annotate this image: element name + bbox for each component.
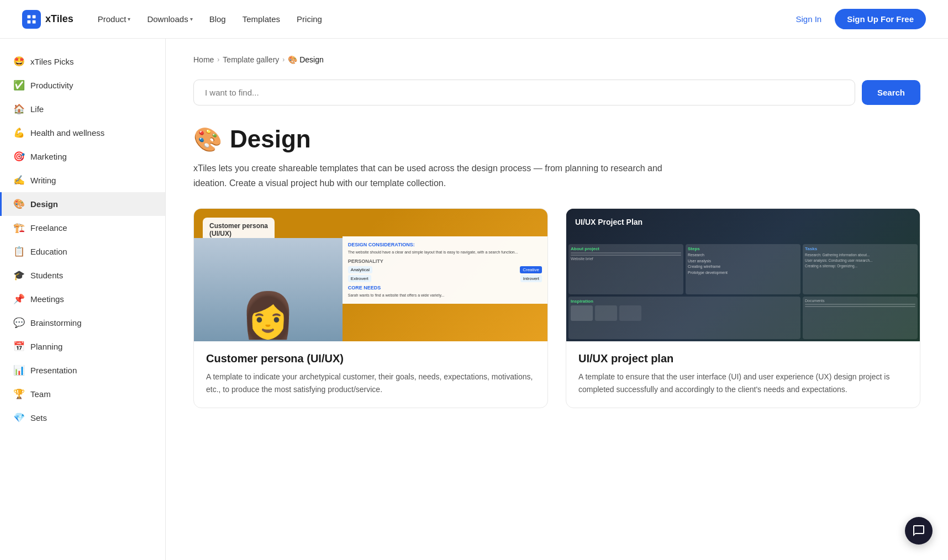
card-title-uiux: UI/UX project plan xyxy=(578,352,908,365)
uiux-grid-panel: About project Website brief Steps Resear… xyxy=(566,242,920,341)
svg-rect-3 xyxy=(33,20,36,23)
page-description: xTiles lets you create shareable templat… xyxy=(193,161,691,191)
sidebar-icon-team: 🏆 xyxy=(13,388,25,400)
uiux-card-header: UI/UX Project Plan xyxy=(575,218,642,226)
nav-templates[interactable]: Templates xyxy=(236,11,287,27)
uiux-cell-about: About project Website brief xyxy=(568,244,683,294)
sidebar-label-health-wellness: Health and wellness xyxy=(30,128,104,138)
breadcrumb-current: 🎨 Design xyxy=(288,55,323,64)
cp-section-needs: CORE NEEDS xyxy=(348,285,542,290)
uiux-cell-inspiration: Inspiration xyxy=(568,297,800,340)
sidebar-item-writing[interactable]: ✍️Writing xyxy=(0,168,165,192)
page-title: 🎨 Design xyxy=(193,125,920,153)
logo-link[interactable]: xTiles xyxy=(22,10,73,29)
sidebar-label-brainstorming: Brainstorming xyxy=(30,318,82,327)
sidebar-item-design[interactable]: 🎨Design xyxy=(0,192,165,216)
sidebar-label-meetings: Meetings xyxy=(30,294,64,304)
sidebar-item-xtiles-picks[interactable]: 🤩xTiles Picks xyxy=(0,50,165,73)
nav-downloads[interactable]: Downloads ▾ xyxy=(140,11,199,27)
sidebar-icon-education: 📋 xyxy=(13,246,25,257)
sidebar-icon-design: 🎨 xyxy=(13,198,25,210)
uiux-cell-about-title: About project xyxy=(571,246,681,251)
sidebar-item-presentation[interactable]: 📊Presentation xyxy=(0,358,165,382)
sidebar-item-students[interactable]: 🎓Students xyxy=(0,263,165,287)
chevron-down-icon: ▾ xyxy=(128,16,130,22)
uiux-cell-steps: Steps ResearchUser analysisCreating wire… xyxy=(686,244,800,294)
card-info-uiux: UI/UX project plan A template to ensure … xyxy=(566,341,920,408)
sidebar-icon-sets: 💎 xyxy=(13,412,25,424)
sidebar-icon-marketing: 🎯 xyxy=(13,151,25,162)
breadcrumb: Home › Template gallery › 🎨 Design xyxy=(193,55,920,64)
sidebar-icon-meetings: 📌 xyxy=(13,293,25,305)
navbar: xTiles Product ▾ Downloads ▾ Blog Templa… xyxy=(0,0,948,39)
sidebar-label-presentation: Presentation xyxy=(30,366,77,375)
search-input[interactable] xyxy=(193,80,855,105)
sidebar: 🤩xTiles Picks✅Productivity🏠Life💪Health a… xyxy=(0,39,166,560)
page-body: 🤩xTiles Picks✅Productivity🏠Life💪Health a… xyxy=(0,39,948,560)
card-thumb-uiux: UI/UX Project Plan About project Website… xyxy=(566,209,920,341)
sidebar-label-writing: Writing xyxy=(30,176,56,185)
sidebar-label-sets: Sets xyxy=(30,413,47,422)
logo-icon xyxy=(22,10,41,29)
sidebar-item-education[interactable]: 📋Education xyxy=(0,240,165,263)
sidebar-label-education: Education xyxy=(30,247,67,256)
sidebar-item-productivity[interactable]: ✅Productivity xyxy=(0,73,165,97)
main-content: Home › Template gallery › 🎨 Design Searc… xyxy=(166,39,948,560)
sidebar-item-brainstorming[interactable]: 💬Brainstorming xyxy=(0,311,165,335)
cp-tag-analytical: Analytical xyxy=(348,266,372,273)
uiux-cell-docs: Documents xyxy=(803,297,918,340)
card-uiux-plan[interactable]: UI/UX Project Plan About project Website… xyxy=(566,208,920,408)
breadcrumb-home[interactable]: Home xyxy=(193,55,214,64)
sidebar-icon-brainstorming: 💬 xyxy=(13,317,25,329)
sidebar-item-health-wellness[interactable]: 💪Health and wellness xyxy=(0,121,165,145)
nav-links: Product ▾ Downloads ▾ Blog Templates Pri… xyxy=(91,11,789,27)
nav-pricing[interactable]: Pricing xyxy=(290,11,329,27)
sidebar-icon-presentation: 📊 xyxy=(13,364,25,376)
cp-tag-introvert: Introvert xyxy=(520,275,542,282)
svg-rect-2 xyxy=(28,20,31,23)
sidebar-item-team[interactable]: 🏆Team xyxy=(0,382,165,406)
uiux-cell-steps-title: Steps xyxy=(688,246,798,251)
breadcrumb-sep1: › xyxy=(217,56,219,64)
card-info-customer: Customer persona (UI/UX) A template to i… xyxy=(194,341,547,408)
signin-button[interactable]: Sign In xyxy=(789,10,828,28)
thumb-inner-customer: Customer persona(UI/UX) DESIGN CONSIDERA… xyxy=(194,209,547,341)
sidebar-item-freelance[interactable]: 🏗️Freelance xyxy=(0,216,165,240)
nav-actions: Sign In Sign Up For Free xyxy=(789,9,926,29)
chevron-down-icon: ▾ xyxy=(190,16,193,22)
card-title-customer: Customer persona (UI/UX) xyxy=(206,352,535,365)
svg-rect-0 xyxy=(28,15,31,18)
signup-button[interactable]: Sign Up For Free xyxy=(835,9,926,29)
page-title-emoji: 🎨 xyxy=(193,126,222,153)
sidebar-icon-productivity: ✅ xyxy=(13,80,25,91)
nav-product[interactable]: Product ▾ xyxy=(91,11,138,27)
sidebar-icon-students: 🎓 xyxy=(13,270,25,281)
sidebar-item-life[interactable]: 🏠Life xyxy=(0,97,165,121)
sidebar-item-planning[interactable]: 📅Planning xyxy=(0,335,165,358)
chat-button[interactable] xyxy=(905,517,933,545)
sidebar-label-planning: Planning xyxy=(30,342,62,351)
card-desc-customer: A template to indicate your archetypical… xyxy=(206,371,535,395)
sidebar-label-productivity: Productivity xyxy=(30,81,73,90)
nav-blog[interactable]: Blog xyxy=(203,11,233,27)
page-title-text: Design xyxy=(230,125,311,153)
search-bar: Search xyxy=(193,80,920,105)
card-customer-persona[interactable]: Customer persona(UI/UX) DESIGN CONSIDERA… xyxy=(193,208,548,408)
cp-section-personality: PERSONALITY xyxy=(348,258,542,264)
breadcrumb-gallery[interactable]: Template gallery xyxy=(223,55,279,64)
svg-rect-1 xyxy=(33,15,36,18)
sidebar-icon-xtiles-picks: 🤩 xyxy=(13,56,25,67)
cards-grid: Customer persona(UI/UX) DESIGN CONSIDERA… xyxy=(193,208,920,408)
sidebar-label-students: Students xyxy=(30,271,63,280)
cp-tag-creative: Creative xyxy=(520,266,542,273)
sidebar-icon-life: 🏠 xyxy=(13,103,25,115)
sidebar-item-sets[interactable]: 💎Sets xyxy=(0,406,165,430)
cp-tag-extrovert: Extrovert xyxy=(348,275,371,282)
sidebar-item-marketing[interactable]: 🎯Marketing xyxy=(0,145,165,168)
sidebar-label-marketing: Marketing xyxy=(30,152,67,161)
cp-section-design: DESIGN CONSIDERATIONS: xyxy=(348,242,542,247)
sidebar-item-meetings[interactable]: 📌Meetings xyxy=(0,287,165,311)
sidebar-icon-planning: 📅 xyxy=(13,341,25,352)
card-desc-uiux: A template to ensure that the user inter… xyxy=(578,371,908,395)
search-button[interactable]: Search xyxy=(862,80,920,105)
